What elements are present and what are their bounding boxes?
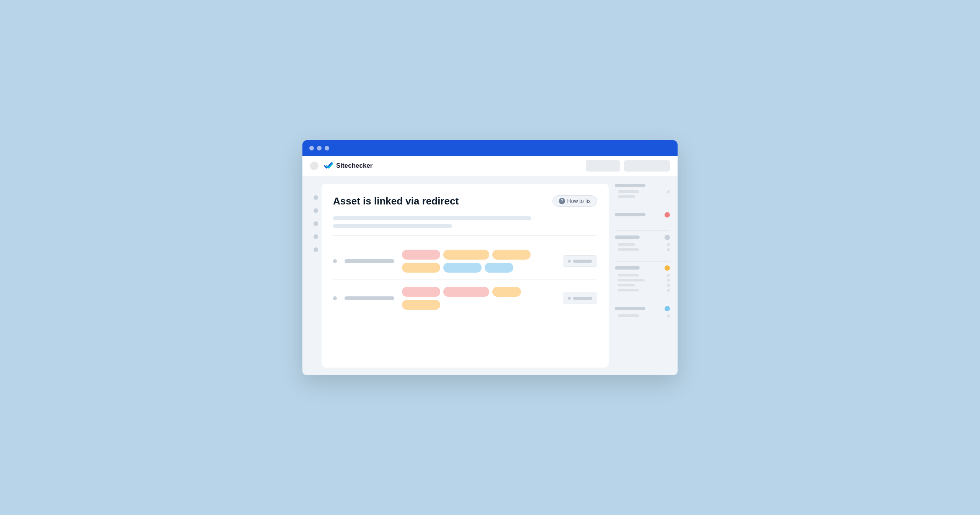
sidebar-bar-1 [615,184,645,187]
sidebar-sub-lines-3 [615,243,670,251]
row-bullet-1 [333,259,337,263]
action-btn-line-1 [573,260,592,263]
tag-orange-2 [492,250,531,260]
toolbar-button-1[interactable] [586,160,620,172]
sidebar-item-row-5 [615,306,670,311]
sidebar-divider-1 [615,208,670,208]
tag-pink-2 [402,287,440,297]
left-sidebar-dot-5 [314,247,318,252]
tag-orange-3 [402,263,440,273]
sidebar-sub-row-4 [618,248,670,251]
sidebar-sub-row-3 [618,243,670,246]
logo-text: Sitechecker [336,162,372,170]
sidebar-indicator-blue [665,306,670,311]
tag-pink-1 [402,250,440,260]
table-row [333,280,597,317]
sidebar-sub-lines-4 [615,274,670,292]
sidebar-sub-dot-4 [667,274,670,277]
sidebar-sub-bar-5 [618,274,639,276]
sidebar-sub-lines-5 [615,314,670,317]
sidebar-bar-2 [615,213,645,216]
traffic-light-red [309,146,314,150]
row-action-button-2[interactable] [563,293,597,304]
sidebar-sub-dot-7 [667,289,670,292]
sidebar-item-row-2 [615,212,670,217]
description-lines [333,216,597,228]
sidebar-indicator-orange [665,265,670,271]
sidebar-bar-5 [615,307,645,310]
sidebar-group-4 [615,265,670,292]
table-row [333,243,597,280]
sidebar-sub-bar-3 [618,243,635,246]
sidebar-sub-bar-9 [618,314,639,317]
desc-line-1 [333,216,531,220]
sidebar-sub-row-8 [618,289,670,292]
sidebar-item-row-3 [615,235,670,240]
sidebar-sub-bar-6 [618,279,645,281]
sidebar-group-5 [615,306,670,317]
sidebar-divider-3 [615,261,670,262]
sidebar-sub-row-6 [618,279,670,282]
left-sidebar-dot-2 [314,208,318,213]
sidebar-sub-row-7 [618,284,670,287]
sidebar-sub-dot-6 [667,284,670,287]
left-sidebar-dot-3 [314,221,318,226]
tag-blue-1 [443,263,482,273]
sidebar-bar-4 [615,266,640,270]
sidebar-group-3 [615,235,670,251]
browser-content: Asset is linked via redirect ? How to fi… [302,176,678,375]
row-tags-1 [402,250,555,273]
sidebar-sub-bar-2 [618,195,635,198]
right-sidebar [609,184,670,368]
sidebar-bar-3 [615,235,640,239]
sidebar-sub-dot-3 [667,248,670,251]
sitechecker-logo-svg [323,162,333,170]
sidebar-sub-dot-2 [667,243,670,246]
row-tags-2 [402,287,555,310]
traffic-light-green [325,146,329,150]
left-sidebar-dot-4 [314,234,318,239]
action-btn-line-2 [573,297,592,300]
how-to-fix-button[interactable]: ? How to fix [552,195,597,207]
sidebar-sub-bar-4 [618,248,639,251]
sidebar-divider-4 [615,302,670,302]
nav-back-circle [310,162,318,170]
traffic-light-yellow [317,146,322,150]
action-btn-dot-1 [568,260,571,263]
sidebar-sub-dot-8 [667,314,670,317]
left-sidebar [310,184,322,368]
sidebar-divider-2 [615,231,670,231]
tag-blue-2 [485,263,513,273]
row-action-button-1[interactable] [563,255,597,267]
sidebar-sub-bar-7 [618,284,635,286]
section-divider-top [333,235,597,236]
row-label-1 [345,259,394,263]
sidebar-item-row-1 [615,184,670,187]
logo-area: Sitechecker [323,162,581,170]
browser-toolbar: Sitechecker [302,156,678,176]
page-title: Asset is linked via redirect [333,195,459,207]
tag-orange-5 [402,300,440,310]
page-header: Asset is linked via redirect ? How to fi… [333,195,597,207]
sidebar-sub-dot-1 [667,190,670,193]
tag-orange-1 [443,250,489,260]
sidebar-group-2 [615,212,670,221]
sidebar-sub-row-2 [618,195,670,198]
sidebar-indicator-red [665,212,670,217]
toolbar-buttons [586,160,670,172]
left-sidebar-dot-1 [314,195,318,200]
tag-pink-3 [443,287,489,297]
row-label-2 [345,296,394,300]
action-btn-dot-2 [568,297,571,300]
sidebar-sub-row-1 [618,190,670,193]
help-icon: ? [559,198,565,204]
desc-line-2 [333,224,452,228]
toolbar-button-2[interactable] [624,160,670,172]
sidebar-group-1 [615,184,670,198]
tag-orange-4 [492,287,521,297]
sidebar-sub-lines-1 [615,190,670,198]
sidebar-sub-dot-5 [667,279,670,282]
sidebar-sub-row-5 [618,274,670,277]
how-to-fix-label: How to fix [567,198,591,204]
sidebar-indicator-dot-1 [665,235,670,240]
